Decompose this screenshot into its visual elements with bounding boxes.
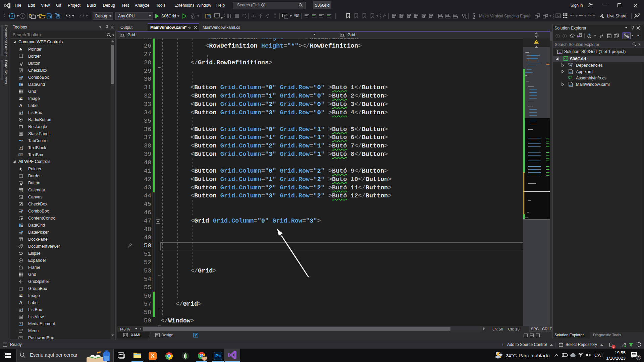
svg-text:**: ** — [20, 337, 22, 339]
svg-text:xy: xy — [20, 286, 22, 288]
svg-text:abl: abl — [19, 154, 22, 156]
svg-text:T: T — [20, 146, 22, 150]
svg-text:12: 12 — [20, 190, 22, 192]
